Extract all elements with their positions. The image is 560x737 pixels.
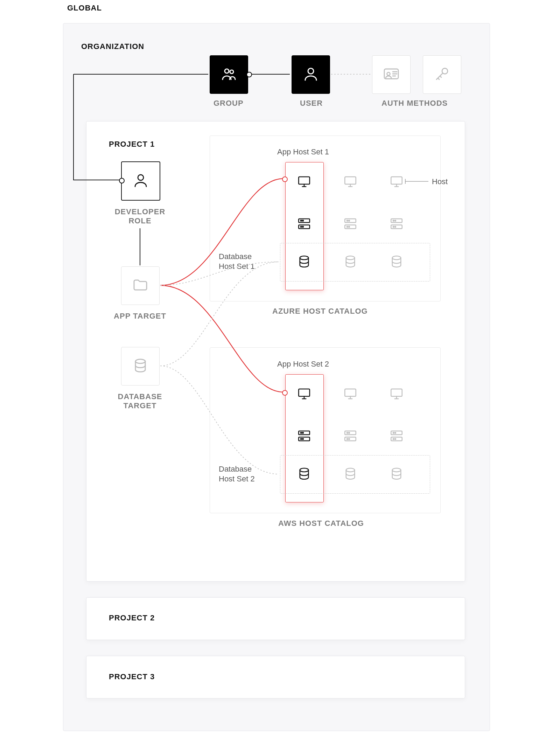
database-icon [343, 466, 358, 481]
svg-point-31 [392, 256, 401, 260]
monitor-icon [389, 174, 404, 189]
db-target-label-1: DATABASE [113, 392, 167, 401]
monitor-icon [343, 387, 358, 401]
svg-point-44 [349, 432, 350, 433]
dev-role-label-1: DEVELOPER [113, 207, 167, 216]
database-icon [297, 254, 312, 269]
database-icon [297, 466, 312, 481]
svg-point-25 [393, 220, 394, 221]
aws-catalog-label: AWS HOST CATALOG [278, 519, 364, 528]
svg-point-16 [302, 226, 303, 227]
auth-methods-label: AUTH METHODS [382, 99, 448, 108]
organization-label: ORGANIZATION [81, 42, 144, 51]
svg-rect-9 [345, 177, 356, 184]
svg-rect-34 [391, 389, 402, 396]
dev-role-label-2: ROLE [113, 216, 167, 225]
key-icon [434, 65, 450, 84]
user-icon [132, 172, 149, 190]
monitor-icon [389, 387, 404, 401]
group-label: GROUP [214, 99, 244, 108]
project1-label: PROJECT 1 [109, 140, 155, 149]
db-host-set2-l2: Host Set 2 [219, 474, 255, 484]
svg-point-19 [347, 220, 348, 221]
app-host-set2-label: App Host Set 2 [277, 360, 329, 369]
monitor-icon [297, 174, 312, 189]
svg-point-26 [395, 220, 396, 221]
database-icon [389, 254, 404, 269]
folder-icon [132, 277, 149, 295]
project2-label: PROJECT 2 [109, 613, 155, 623]
svg-point-43 [347, 432, 348, 433]
host-label: Host [432, 177, 448, 186]
app-target-label: APP TARGET [114, 312, 166, 321]
group-box [210, 55, 248, 94]
server-icon [297, 216, 312, 231]
auth-method-idcard-box [372, 55, 411, 94]
user-box [292, 55, 330, 94]
server-icon [343, 429, 358, 443]
svg-point-15 [301, 226, 302, 227]
svg-rect-32 [299, 389, 310, 396]
database-icon [343, 254, 358, 269]
azure-catalog-label: AZURE HOST CATALOG [272, 307, 368, 316]
svg-point-55 [392, 468, 401, 472]
server-icon [297, 429, 312, 443]
auth-method-key-box [423, 55, 461, 94]
svg-point-2 [308, 68, 314, 74]
database-icon [132, 357, 149, 375]
database-icon [389, 466, 404, 481]
svg-point-0 [225, 69, 229, 73]
database-target-box [121, 347, 160, 385]
app-host-set1-label: App Host Set 1 [277, 147, 329, 157]
id-card-icon [383, 65, 400, 84]
db-host-set1-l2: Host Set 1 [219, 262, 255, 271]
developer-role-box [121, 161, 160, 201]
db-target-label-2: TARGET [113, 401, 167, 410]
connector-dot [246, 72, 252, 77]
connector-dot [119, 178, 125, 183]
group-icon [220, 65, 237, 84]
server-icon [389, 429, 404, 443]
svg-point-7 [135, 359, 145, 363]
svg-point-28 [395, 226, 396, 227]
svg-point-6 [138, 175, 144, 180]
svg-point-29 [300, 256, 309, 260]
svg-point-53 [300, 468, 309, 472]
connector-dot [282, 390, 288, 396]
user-icon [302, 65, 319, 84]
svg-rect-33 [345, 389, 356, 396]
svg-point-37 [301, 432, 302, 433]
global-label: GLOBAL [67, 4, 102, 13]
svg-point-46 [349, 438, 350, 439]
svg-point-39 [301, 438, 302, 439]
svg-point-40 [302, 438, 303, 439]
svg-point-54 [346, 468, 355, 472]
svg-point-52 [395, 438, 396, 439]
monitor-icon [297, 387, 312, 401]
svg-rect-10 [391, 177, 402, 184]
project3-label: PROJECT 3 [109, 672, 155, 681]
svg-point-30 [346, 256, 355, 260]
connector-dot [282, 176, 288, 182]
svg-point-14 [302, 220, 303, 221]
svg-point-4 [387, 72, 390, 76]
svg-point-50 [395, 432, 396, 433]
svg-point-49 [393, 432, 394, 433]
svg-point-22 [349, 226, 350, 227]
server-icon [389, 216, 404, 231]
svg-rect-8 [299, 177, 310, 184]
svg-point-51 [393, 438, 394, 439]
db-host-set1-l1: Database [219, 252, 252, 261]
svg-point-21 [347, 226, 348, 227]
svg-point-1 [230, 70, 233, 74]
app-target-box [121, 266, 160, 305]
svg-point-27 [393, 226, 394, 227]
monitor-icon [343, 174, 358, 189]
svg-point-38 [302, 432, 303, 433]
user-label: USER [300, 99, 323, 108]
server-icon [343, 216, 358, 231]
svg-point-20 [349, 220, 350, 221]
svg-point-45 [347, 438, 348, 439]
svg-point-13 [301, 220, 302, 221]
db-host-set2-l1: Database [219, 465, 252, 474]
